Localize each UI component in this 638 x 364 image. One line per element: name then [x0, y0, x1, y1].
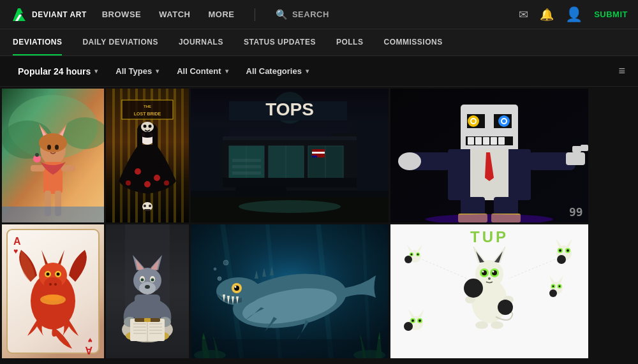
- svg-point-93: [471, 119, 475, 123]
- svg-rect-76: [312, 152, 325, 154]
- svg-rect-78: [312, 156, 317, 157]
- search-area[interactable]: 🔍 SEARCH: [276, 9, 329, 20]
- svg-point-208: [488, 277, 491, 280]
- subnav-commissions[interactable]: COMMISSIONS: [383, 29, 442, 55]
- gallery-item-5[interactable]: A ♥: [2, 224, 104, 358]
- svg-point-49: [164, 180, 169, 186]
- svg-rect-98: [483, 137, 489, 145]
- svg-text:A: A: [13, 236, 21, 247]
- svg-point-41: [144, 125, 147, 128]
- gallery-item-4[interactable]: 99: [390, 89, 588, 222]
- svg-rect-23: [112, 89, 115, 222]
- svg-point-136: [44, 295, 62, 301]
- svg-point-246: [404, 322, 413, 331]
- svg-point-52: [149, 205, 151, 207]
- svg-point-191: [214, 268, 216, 270]
- svg-point-225: [559, 249, 561, 252]
- svg-rect-100: [498, 137, 505, 145]
- svg-point-129: [47, 273, 50, 276]
- more-link[interactable]: MORE: [208, 10, 234, 19]
- subnav-journals[interactable]: JOURNALS: [179, 29, 223, 55]
- svg-rect-16: [61, 165, 75, 171]
- submit-button[interactable]: SUBMIT: [594, 10, 628, 19]
- svg-rect-82: [235, 187, 286, 197]
- svg-point-43: [142, 133, 145, 136]
- svg-rect-21: [2, 207, 104, 222]
- svg-rect-31: [174, 89, 176, 222]
- svg-text:99: 99: [569, 205, 583, 219]
- svg-rect-81: [191, 191, 389, 197]
- svg-rect-99: [491, 137, 497, 145]
- svg-rect-73: [232, 171, 261, 175]
- logo[interactable]: DEVIANT ART: [10, 6, 87, 24]
- svg-rect-83: [223, 178, 357, 187]
- svg-text:THE: THE: [144, 105, 151, 108]
- svg-point-46: [154, 175, 160, 181]
- svg-point-206: [482, 271, 484, 273]
- subnav-daily[interactable]: DAILY DEVIATIONS: [82, 29, 158, 55]
- svg-point-233: [559, 286, 561, 288]
- subnav-deviations[interactable]: DEVIATIONS: [13, 29, 62, 55]
- browse-link[interactable]: BROWSE: [102, 10, 142, 19]
- svg-rect-77: [312, 154, 325, 156]
- types-chevron-icon: ▾: [156, 68, 159, 75]
- gallery-item-8[interactable]: TUP: [390, 224, 588, 358]
- svg-text:LOST BRIDE: LOST BRIDE: [134, 112, 161, 116]
- mail-icon[interactable]: ✉: [519, 8, 528, 22]
- svg-point-51: [144, 205, 146, 207]
- svg-point-192: [223, 260, 228, 265]
- svg-point-240: [419, 319, 421, 322]
- svg-text:TOPS: TOPS: [265, 99, 314, 119]
- svg-text:TUP: TUP: [470, 228, 508, 245]
- content-chevron-icon: ▾: [225, 68, 228, 75]
- svg-rect-72: [232, 165, 261, 168]
- watch-link[interactable]: WATCH: [159, 10, 190, 19]
- svg-point-190: [218, 277, 221, 280]
- search-label: SEARCH: [292, 10, 329, 19]
- categories-filter[interactable]: All Categories ▾: [241, 64, 314, 78]
- user-icon[interactable]: 👤: [565, 6, 582, 23]
- svg-point-213: [464, 279, 483, 298]
- svg-point-207: [493, 271, 494, 273]
- svg-rect-75: [312, 149, 325, 152]
- gallery-item-7[interactable]: [191, 224, 389, 358]
- gallery-item-6[interactable]: [106, 224, 189, 358]
- svg-point-42: [149, 125, 152, 128]
- nav-divider: [255, 8, 255, 21]
- svg-point-209: [475, 321, 488, 329]
- svg-point-47: [144, 181, 151, 187]
- svg-point-107: [398, 152, 421, 170]
- svg-rect-71: [232, 159, 261, 162]
- logo-text: DEVIANT ART: [32, 10, 87, 19]
- svg-point-219: [417, 254, 419, 256]
- svg-point-94: [502, 119, 506, 123]
- types-filter[interactable]: All Types ▾: [110, 64, 164, 78]
- svg-point-18: [55, 145, 59, 150]
- svg-point-55: [158, 163, 166, 167]
- subnav-status[interactable]: STATUS UPDATES: [244, 29, 316, 55]
- svg-point-132: [54, 283, 57, 286]
- gallery-item-1[interactable]: [2, 89, 104, 222]
- nav-right: ✉ 🔔 👤 SUBMIT: [519, 6, 628, 23]
- svg-point-165: [151, 279, 154, 282]
- svg-point-130: [57, 273, 60, 276]
- gallery-item-2[interactable]: THE LOST BRIDE: [106, 89, 189, 222]
- svg-rect-96: [468, 137, 474, 145]
- categories-filter-label: All Categories: [246, 66, 302, 76]
- popular-filter[interactable]: Popular 24 hours ▾: [13, 64, 103, 79]
- svg-rect-15: [31, 165, 45, 171]
- svg-point-80: [239, 200, 341, 213]
- svg-point-226: [567, 249, 569, 252]
- top-navigation: DEVIANT ART BROWSE WATCH MORE 🔍 SEARCH ✉…: [0, 0, 638, 29]
- gallery-item-3[interactable]: TOPS: [191, 89, 389, 222]
- svg-rect-84: [223, 136, 357, 140]
- svg-rect-168: [144, 318, 151, 322]
- svg-point-20: [35, 153, 39, 157]
- svg-rect-97: [475, 137, 482, 145]
- sort-icon[interactable]: ≡: [618, 64, 625, 78]
- svg-point-48: [126, 180, 131, 186]
- subnav-polls[interactable]: POLLS: [336, 29, 364, 55]
- svg-rect-32: [181, 89, 184, 222]
- bell-icon[interactable]: 🔔: [540, 8, 554, 22]
- content-filter[interactable]: All Content ▾: [172, 64, 233, 78]
